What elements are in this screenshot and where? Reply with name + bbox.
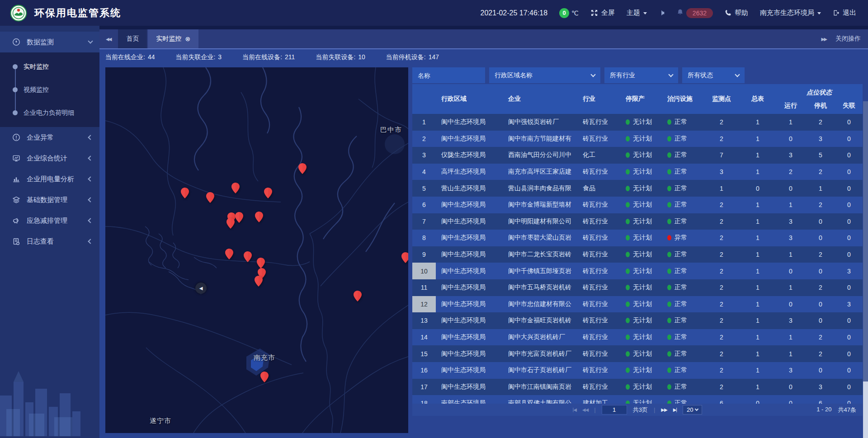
table-row[interactable]: 10阆中生态环境局阆中千佛镇五郎垭页岩砖瓦行业无计划正常21003 — [412, 263, 863, 279]
col-index — [412, 84, 436, 114]
map-marker-icon[interactable] — [255, 276, 263, 287]
cell-limit-status: 无计划 — [620, 164, 662, 180]
cell-region: 阆中生态环境局 — [436, 114, 503, 131]
theme-button[interactable]: 主题 — [627, 9, 647, 17]
sidebar-item-enterprise-statistics[interactable]: 企业综合统计 — [0, 148, 99, 169]
sidebar-item-emergency-reduction[interactable]: 应急减排管理 — [0, 210, 99, 231]
sidebar-item-enterprise-abnormal[interactable]: 企业异常 — [0, 127, 99, 148]
cell-company: 阆中明阳建材有限公司 — [503, 213, 577, 230]
facility-status-label: 正常 — [675, 283, 687, 292]
map-marker-icon[interactable] — [231, 183, 240, 193]
table-row[interactable]: 5营山生态环境局营山县润丰肉食品有限食品无计划正常10010 — [412, 180, 863, 197]
map-panel[interactable]: 巴中市南充市遂宁市 — [105, 67, 408, 433]
map-panel-collapse-button[interactable]: ◀ — [195, 283, 207, 294]
cell-index: 14 — [412, 329, 436, 346]
facility-status-label: 异常 — [675, 234, 687, 242]
cell-limit-status: 无计划 — [620, 263, 662, 279]
table-row[interactable]: 2阆中生态环境局阆中市南方节能建材有砖瓦行业无计划正常21030 — [412, 131, 863, 147]
map-marker-icon[interactable] — [235, 212, 243, 223]
table-row[interactable]: 6阆中生态环境局阆中市金博瑞新型墙材砖瓦行业无计划正常21120 — [412, 197, 863, 213]
col-stop: 停机 — [806, 98, 835, 114]
cell-facility-status: 正常 — [662, 197, 703, 213]
sidebar: 数据监测实时监控视频监控企业电力负荷明细企业异常企业综合统计企业用电量分析基础数… — [0, 26, 99, 438]
page-size-select[interactable]: 20 — [683, 405, 702, 414]
layers-icon — [12, 196, 20, 204]
help-button[interactable]: 帮助 — [725, 9, 748, 17]
sidebar-subitem[interactable]: 实时监控 — [0, 55, 99, 78]
table-row[interactable]: 8阆中生态环境局阆中市枣碧大梁山页岩砖瓦行业无计划异常21300 — [412, 230, 863, 246]
next-page-button[interactable]: ▶▶ — [661, 407, 667, 412]
table-row[interactable]: 3仪陇生态环境局西南油气田分公司川中化工无计划正常71350 — [412, 147, 863, 164]
sidebar-subitem[interactable]: 企业电力负荷明细 — [0, 101, 99, 124]
status-dot-icon — [626, 400, 630, 404]
table-row[interactable]: 9阆中生态环境局阆中市二龙长宝页岩砖砖瓦行业无计划正常21120 — [412, 246, 863, 263]
region-select-value: 行政区域名称 — [495, 71, 533, 80]
status-dot-icon — [667, 202, 671, 207]
cell-points: 6 — [703, 395, 740, 404]
map-marker-icon[interactable] — [244, 251, 252, 262]
sidebar-item-power-usage-analysis[interactable]: 企业用电量分析 — [0, 169, 99, 189]
facility-status-label: 正常 — [675, 267, 687, 275]
cell-facility-status: 正常 — [662, 312, 703, 329]
sidebar-item-data-monitoring[interactable]: 数据监测 — [0, 32, 99, 52]
first-page-button[interactable]: |◀ — [573, 407, 576, 412]
table-row[interactable]: 13阆中生态环境局阆中市金福旺页岩机砖砖瓦行业无计划正常21300 — [412, 312, 863, 329]
map-marker-icon[interactable] — [206, 192, 214, 203]
status-select[interactable]: 所有状态 — [682, 67, 745, 83]
table-row[interactable]: 12阆中生态环境局阆中市忠信建材有限公砖瓦行业无计划正常21003 — [412, 296, 863, 313]
table-row[interactable]: 17阆中生态环境局阆中市江南镇阆南页岩砖瓦行业无计划正常21030 — [412, 379, 863, 396]
scrollbar-thumb[interactable] — [863, 381, 868, 438]
map-marker-icon[interactable] — [226, 218, 235, 229]
notification-widget[interactable]: 2632 — [677, 8, 713, 18]
phone-icon — [725, 9, 731, 16]
prev-page-button[interactable]: ◀◀ — [582, 407, 588, 412]
cell-index: 16 — [412, 362, 436, 379]
status-dot-icon — [626, 384, 630, 390]
tab-close-icon[interactable]: ⊗ — [185, 35, 190, 42]
limit-status-label: 无计划 — [633, 267, 652, 275]
cell-limit-status: 无计划 — [620, 312, 662, 329]
sidebar-item-base-data-management[interactable]: 基础数据管理 — [0, 189, 99, 210]
map-marker-icon[interactable] — [257, 258, 265, 268]
logout-button[interactable]: 退出 — [833, 9, 856, 17]
sidebar-item-label: 应急减排管理 — [27, 217, 89, 225]
cell-lost: 3 — [835, 263, 863, 279]
tabs-scroll-right-icon[interactable]: ▶▶ — [821, 37, 826, 42]
cell-region: 阆中生态环境局 — [436, 379, 503, 396]
map-marker-icon[interactable] — [225, 249, 233, 259]
tab-realtime-monitor[interactable]: 实时监控 ⊗ — [148, 29, 198, 48]
map-marker-icon[interactable] — [354, 291, 362, 301]
sidebar-item-log-view[interactable]: 日志查看 — [0, 231, 99, 252]
map-marker-icon[interactable] — [255, 212, 263, 222]
table-row[interactable]: 16阆中生态环境局阆中市石子页岩机砖厂砖瓦行业无计划正常21300 — [412, 362, 863, 379]
table-row[interactable]: 7阆中生态环境局阆中明阳建材有限公司砖瓦行业无计划正常21300 — [412, 213, 863, 230]
organization-menu[interactable]: 南充市生态环境局 — [760, 9, 821, 17]
map-marker-icon[interactable] — [298, 163, 307, 174]
limit-status-label: 无计划 — [633, 316, 652, 325]
map-marker-icon[interactable] — [264, 188, 272, 198]
scrollbar[interactable] — [863, 101, 868, 438]
cell-stop: 3 — [806, 379, 835, 396]
status-dot-icon — [626, 219, 630, 224]
map-marker-icon[interactable] — [401, 252, 408, 263]
page-number-input[interactable] — [602, 405, 627, 414]
region-select[interactable]: 行政区域名称 — [489, 67, 600, 83]
cell-points: 2 — [703, 263, 740, 279]
sidebar-subitem[interactable]: 视频监控 — [0, 78, 99, 101]
table-row[interactable]: 4高坪生态环境局南充市高坪区王家店建砖瓦行业无计划正常31220 — [412, 164, 863, 180]
map-marker-icon[interactable] — [181, 188, 189, 198]
tabs-scroll-left-icon[interactable]: ◀◀ — [106, 37, 111, 42]
tab-home[interactable]: 首页 — [118, 29, 147, 48]
fullscreen-button[interactable]: 全屏 — [590, 9, 615, 17]
name-search-input[interactable] — [412, 67, 485, 83]
industry-select[interactable]: 所有行业 — [604, 67, 678, 83]
close-operations-button[interactable]: 关闭操作 — [835, 35, 861, 43]
sound-button[interactable] — [659, 9, 665, 16]
table-row[interactable]: 15阆中生态环境局阆中市光富页岩机砖厂砖瓦行业无计划正常21120 — [412, 345, 863, 362]
table-row[interactable]: 14阆中生态环境局阆中大兴页岩机砖厂砖瓦行业无计划正常21120 — [412, 329, 863, 346]
map-marker-icon[interactable] — [260, 372, 269, 382]
last-page-button[interactable]: ▶| — [673, 407, 677, 412]
table-row[interactable]: 1阆中生态环境局阆中强锐页岩砖厂砖瓦行业无计划正常21120 — [412, 114, 863, 131]
table-row[interactable]: 18南部生态环境局南部县双佛土陶有限公建材加工无计划正常60060 — [412, 395, 863, 404]
table-row[interactable]: 11阆中生态环境局阆中市五马桥页岩机砖砖瓦行业无计划正常21120 — [412, 279, 863, 296]
